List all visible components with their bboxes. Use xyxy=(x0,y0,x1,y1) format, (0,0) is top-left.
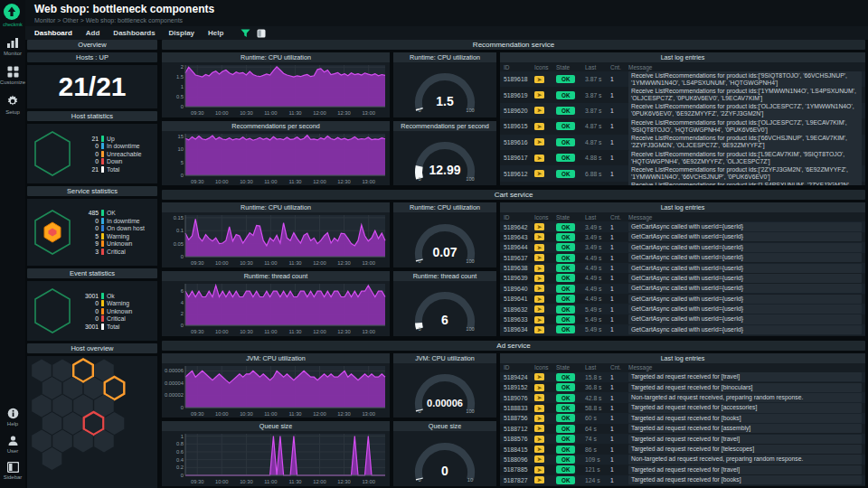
graph-panel[interactable]: Queue size09:3010:0010:3011:0011:3012:00… xyxy=(162,421,390,486)
menu-item-dashboards[interactable]: Dashboards xyxy=(113,29,155,37)
stat-row[interactable]: 0In downtime xyxy=(75,143,155,149)
graph-panel[interactable]: Runtime: CPU utilization09:3010:0010:301… xyxy=(162,202,390,267)
column-header-state[interactable]: State xyxy=(556,64,585,70)
gauge-panel[interactable]: Runtime: thread count60100 xyxy=(393,271,496,336)
hosts-up-value[interactable]: 21/21 xyxy=(27,65,157,108)
column-header-state[interactable]: State xyxy=(556,214,585,221)
sidebar-item-setup[interactable]: Setup xyxy=(5,95,20,115)
column-header-id[interactable]: ID xyxy=(500,214,534,221)
logwatch-icon[interactable]: ➤ xyxy=(534,138,544,145)
logwatch-icon[interactable]: ➤ xyxy=(534,384,544,391)
log-row[interactable]: 5189617➤OK4.88 s1Receive ListRecommendat… xyxy=(500,150,865,165)
logwatch-icon[interactable]: ➤ xyxy=(534,265,544,272)
log-row[interactable]: 5189644➤OK3.49 s1GetCartAsync called wit… xyxy=(500,242,865,252)
host-hexagon-crit[interactable] xyxy=(84,412,104,435)
log-row[interactable]: 5189612➤OK6.88 s1Receive ListRecommendat… xyxy=(500,165,865,181)
log-row[interactable]: 5188756➤OK60 s1Targeted ad request recei… xyxy=(500,413,865,423)
column-header-last[interactable]: Last xyxy=(585,64,610,70)
logwatch-icon[interactable]: ➤ xyxy=(534,254,544,261)
logwatch-icon[interactable]: ➤ xyxy=(534,405,544,412)
logwatch-icon[interactable]: ➤ xyxy=(534,316,544,324)
column-header-last[interactable]: Last xyxy=(585,364,610,371)
host-overview-hexgrid[interactable] xyxy=(27,356,157,488)
log-row[interactable]: 5189642➤OK3.49 s1GetCartAsync called wit… xyxy=(500,221,865,231)
log-row[interactable]: 5189618➤OK3.87 s1Receive ListRecommendat… xyxy=(500,71,865,87)
column-header-cnt[interactable]: Cnt. xyxy=(610,64,628,70)
column-header-message[interactable]: Message xyxy=(628,64,865,70)
stat-row[interactable]: 3001Total xyxy=(75,324,155,330)
host-hexagon-ok[interactable] xyxy=(42,412,62,435)
host-hexagon-ok[interactable] xyxy=(52,430,72,453)
logwatch-icon[interactable]: ➤ xyxy=(534,223,544,230)
column-header-message[interactable]: Message xyxy=(628,364,865,371)
menu-item-add[interactable]: Add xyxy=(86,29,100,37)
logwatch-icon[interactable]: ➤ xyxy=(534,394,544,401)
host-hexagon-ok[interactable] xyxy=(52,360,72,382)
stat-row[interactable]: 3001Ok xyxy=(75,293,155,299)
stat-row[interactable]: 21Total xyxy=(75,166,155,173)
column-header-id[interactable]: ID xyxy=(500,64,534,70)
log-row[interactable]: 5188712➤OK64 s1Targeted ad request recei… xyxy=(500,424,865,434)
stat-row[interactable]: 485OK xyxy=(75,210,155,216)
stat-row[interactable]: 0Unknown xyxy=(75,308,155,314)
logwatch-icon[interactable]: ➤ xyxy=(534,107,544,114)
stat-row[interactable]: 0Critical xyxy=(75,315,155,322)
log-row[interactable]: 5189424➤OK15.8 s1Targeted ad request rec… xyxy=(500,372,865,382)
graph-panel[interactable]: Runtime: CPU utilization09:3010:0010:301… xyxy=(162,52,390,117)
log-row[interactable]: 5187827➤OK124 s1Targeted ad request rece… xyxy=(500,475,865,485)
logwatch-icon[interactable]: ➤ xyxy=(534,91,544,99)
log-row[interactable]: 5189633➤OK5.49 s1GetCartAsync called wit… xyxy=(500,314,865,324)
column-header-id[interactable]: ID xyxy=(500,364,534,371)
column-header-icons[interactable]: Icons xyxy=(534,364,556,371)
log-row[interactable]: 5189641➤OK4.49 s1GetCartAsync called wit… xyxy=(500,294,865,304)
logwatch-icon[interactable]: ➤ xyxy=(534,155,544,162)
logwatch-icon[interactable]: ➤ xyxy=(534,296,544,303)
sidebar-item-help[interactable]: Help xyxy=(7,408,19,427)
log-row[interactable]: 5189634➤OK5.49 s1GetCartAsync called wit… xyxy=(500,324,865,334)
log-row[interactable]: 5189076➤OK42.8 s1Non-targeted ad request… xyxy=(500,392,865,402)
checkmk-logo[interactable]: checkmk xyxy=(3,3,23,27)
logwatch-icon[interactable]: ➤ xyxy=(534,326,544,333)
layout-icon[interactable] xyxy=(257,29,266,38)
log-row[interactable]: 5189616➤OK4.87 s1Receive ListRecommendat… xyxy=(500,135,865,150)
host-hexagon-ok[interactable] xyxy=(32,430,52,453)
logwatch-icon[interactable]: ➤ xyxy=(534,455,544,463)
logwatch-icon[interactable]: ➤ xyxy=(534,170,544,177)
gauge-panel[interactable]: JVM: CPU utilization0.000060100 xyxy=(393,353,496,418)
host-hexagon-ok[interactable] xyxy=(63,412,83,435)
log-row[interactable]: 5187885➤OK121 s1Targeted ad request rece… xyxy=(500,465,865,474)
stat-row[interactable]: 9Unknown xyxy=(75,240,155,247)
logwatch-icon[interactable]: ➤ xyxy=(534,436,544,443)
sidebar-item-user[interactable]: User xyxy=(7,435,19,454)
stat-row[interactable]: 0On down host xyxy=(75,225,155,231)
menu-item-display[interactable]: Display xyxy=(169,29,194,37)
logwatch-icon[interactable]: ➤ xyxy=(534,425,544,432)
graph-panel[interactable]: JVM: CPU utilization09:3010:0010:3011:00… xyxy=(162,353,390,418)
host-hexagon-warn[interactable] xyxy=(105,377,125,399)
log-row[interactable]: 5189613➤OK6.88 s1Receive ListRecommendat… xyxy=(500,182,865,186)
logwatch-icon[interactable]: ➤ xyxy=(534,305,544,313)
menu-item-help[interactable]: Help xyxy=(208,29,223,37)
log-row[interactable]: 5189620➤OK3.87 s1Receive ListRecommendat… xyxy=(500,103,865,118)
logwatch-icon[interactable]: ➤ xyxy=(534,275,544,282)
log-row[interactable]: 5189639➤OK4.49 s1GetCartAsync called wit… xyxy=(500,273,865,283)
stat-row[interactable]: 0Warning xyxy=(75,300,155,306)
stat-row[interactable]: 0Down xyxy=(75,158,155,164)
log-row[interactable]: 5189632➤OK5.49 s1GetCartAsync called wit… xyxy=(500,304,865,314)
log-row[interactable]: 5189638➤OK4.49 s1GetCartAsync called wit… xyxy=(500,263,865,273)
gauge-panel[interactable]: Runtime: CPU utilization1.50100 xyxy=(393,52,496,117)
log-row[interactable]: 5188415➤OK86 s1Targeted ad request recei… xyxy=(500,444,865,454)
column-header-message[interactable]: Message xyxy=(628,214,865,221)
log-row[interactable]: 5189637➤OK4.49 s1GetCartAsync called wit… xyxy=(500,253,865,263)
filter-icon[interactable] xyxy=(241,29,250,38)
stat-row[interactable]: 0Unreachable xyxy=(75,151,155,157)
log-row[interactable]: 5189619➤OK3.87 s1Receive ListRecommendat… xyxy=(500,87,865,102)
gauge-panel[interactable]: Recommendations per second12.990100 xyxy=(393,121,496,186)
log-row[interactable]: 5189643➤OK3.49 s1GetCartAsync called wit… xyxy=(500,232,865,242)
log-row[interactable]: 5188576➤OK74 s1Targeted ad request recei… xyxy=(500,434,865,444)
gauge-panel[interactable]: Queue size0010 xyxy=(393,421,496,486)
column-header-icons[interactable]: Icons xyxy=(534,214,556,221)
host-hexagon-ok[interactable] xyxy=(32,360,52,382)
column-header-icons[interactable]: Icons xyxy=(534,64,556,70)
column-header-state[interactable]: State xyxy=(556,364,585,371)
